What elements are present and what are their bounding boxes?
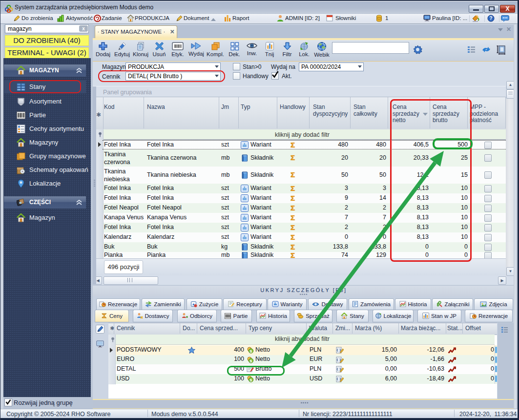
svg-text:$: $ xyxy=(250,349,252,354)
svg-text:?: ? xyxy=(489,16,492,21)
svg-text:$: $ xyxy=(250,359,252,363)
svg-text:$: $ xyxy=(250,378,252,382)
